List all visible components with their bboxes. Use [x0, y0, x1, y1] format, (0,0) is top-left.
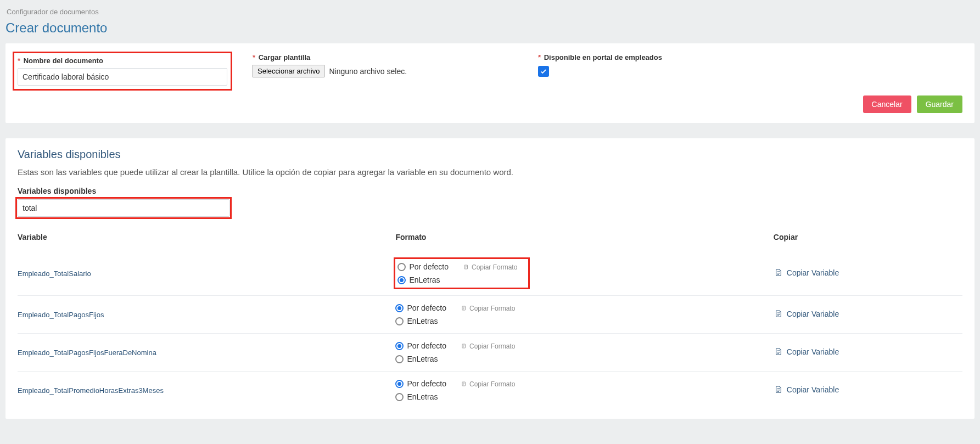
table-row: Empleado_TotalPagosFijosFueraDeNominaPor…: [18, 334, 962, 372]
format-cell: Por defectoEnLetrasCopiar Formato: [395, 296, 773, 334]
radio-icon: [395, 304, 404, 312]
format-cell: Por defectoEnLetrasCopiar Formato: [395, 251, 773, 296]
col-header-format: Formato: [395, 228, 773, 251]
copy-variable-link[interactable]: Copiar Variable: [774, 309, 839, 319]
copy-format-link[interactable]: Copiar Formato: [461, 305, 515, 312]
copy-format-link[interactable]: Copiar Formato: [463, 263, 517, 271]
page-title: Crear documento: [5, 20, 975, 36]
format-radio-default[interactable]: Por defecto: [395, 304, 446, 312]
variables-title: Variables disponibles: [18, 148, 962, 161]
select-file-button[interactable]: Seleccionar archivo: [253, 65, 324, 77]
doc-name-input[interactable]: [18, 68, 227, 86]
filter-highlight: [17, 199, 230, 217]
cancel-button[interactable]: Cancelar: [863, 95, 911, 113]
radio-icon: [395, 342, 404, 350]
radio-icon: [397, 276, 406, 284]
document-icon: [774, 347, 782, 357]
copy-cell: Copiar Variable: [774, 372, 962, 409]
copy-cell: Copiar Variable: [774, 296, 962, 334]
col-header-copy: Copiar: [774, 228, 962, 251]
doc-name-group-highlight: * Nombre del documento: [14, 53, 231, 89]
radio-icon: [395, 355, 404, 363]
copy-format-link[interactable]: Copiar Formato: [461, 380, 515, 388]
copy-format-link[interactable]: Copiar Formato: [461, 342, 515, 350]
copy-cell: Copiar Variable: [774, 251, 962, 296]
copy-cell: Copiar Variable: [774, 334, 962, 372]
variable-name: Empleado_TotalPagosFijosFueraDeNomina: [18, 334, 395, 372]
copy-icon: [461, 305, 467, 312]
table-row: Empleado_TotalSalarioPor defectoEnLetras…: [18, 251, 962, 296]
variables-desc: Estas son las variables que puede utiliz…: [18, 167, 962, 177]
table-row: Empleado_TotalPagosFijosPor defectoEnLet…: [18, 296, 962, 334]
format-cell: Por defectoEnLetrasCopiar Formato: [395, 372, 773, 409]
copy-icon: [461, 343, 467, 350]
format-radio-letters[interactable]: EnLetras: [395, 317, 446, 325]
variables-card: Variables disponibles Estas son las vari…: [5, 138, 975, 419]
format-radio-default[interactable]: Por defecto: [395, 379, 446, 388]
create-document-card: * Nombre del documento * Cargar plantill…: [5, 43, 975, 123]
radio-icon: [397, 263, 406, 271]
copy-icon: [461, 381, 467, 387]
variable-name: Empleado_TotalPromedioHorasExtras3Meses: [18, 372, 395, 409]
filter-label: Variables disponibles: [18, 187, 962, 195]
format-group: Por defectoEnLetrasCopiar Formato: [395, 304, 773, 325]
check-icon: [540, 68, 547, 75]
document-icon: [774, 268, 782, 278]
variable-name: Empleado_TotalPagosFijos: [18, 296, 395, 334]
portal-checkbox[interactable]: [538, 66, 549, 77]
format-cell: Por defectoEnLetrasCopiar Formato: [395, 334, 773, 372]
format-radio-letters[interactable]: EnLetras: [397, 276, 449, 284]
document-icon: [774, 385, 782, 395]
format-group-highlight: Por defectoEnLetrasCopiar Formato: [395, 259, 528, 288]
doc-name-label: * Nombre del documento: [18, 57, 227, 65]
format-radio-letters[interactable]: EnLetras: [395, 355, 446, 363]
copy-variable-link[interactable]: Copiar Variable: [774, 268, 839, 278]
file-status-text: Ninguno archivo selec.: [329, 67, 407, 76]
variables-filter-input[interactable]: [18, 199, 229, 217]
format-radio-letters[interactable]: EnLetras: [395, 392, 446, 401]
format-group: Por defectoEnLetrasCopiar Formato: [395, 341, 773, 363]
copy-variable-link[interactable]: Copiar Variable: [774, 385, 839, 395]
radio-icon: [395, 393, 404, 401]
radio-icon: [395, 380, 404, 388]
format-radio-default[interactable]: Por defecto: [397, 262, 449, 271]
format-radio-default[interactable]: Por defecto: [395, 341, 446, 350]
breadcrumb: Configurador de documentos: [7, 8, 975, 16]
radio-icon: [395, 317, 404, 325]
table-row: Empleado_TotalPromedioHorasExtras3MesesP…: [18, 372, 962, 409]
upload-label: * Cargar plantilla: [253, 53, 516, 61]
col-header-variable: Variable: [18, 228, 395, 251]
copy-icon: [463, 264, 469, 271]
copy-variable-link[interactable]: Copiar Variable: [774, 347, 839, 357]
portal-label: * Disponible en portal de empleados: [538, 53, 802, 61]
save-button[interactable]: Guardar: [917, 95, 962, 113]
document-icon: [774, 309, 782, 319]
format-group: Por defectoEnLetrasCopiar Formato: [395, 379, 773, 401]
variable-name: Empleado_TotalSalario: [18, 251, 395, 296]
